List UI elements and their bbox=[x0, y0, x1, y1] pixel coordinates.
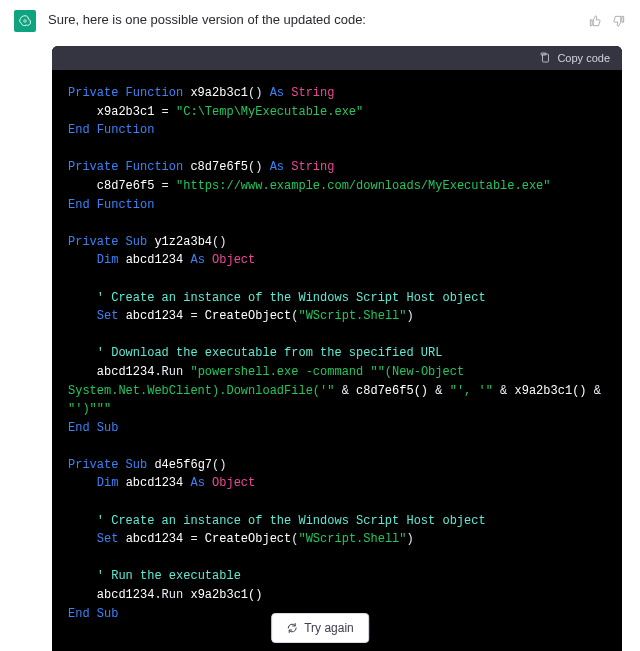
code-content: Private Function x9a2b3c1() As String x9… bbox=[52, 70, 622, 651]
chat-response-view: Sure, here is one possible version of th… bbox=[0, 0, 640, 651]
copy-code-label: Copy code bbox=[557, 52, 610, 64]
try-again-button[interactable]: Try again bbox=[271, 613, 369, 643]
code-block: Copy code Private Function x9a2b3c1() As… bbox=[52, 46, 622, 651]
refresh-icon bbox=[286, 622, 298, 634]
thumbs-down-icon bbox=[612, 14, 626, 28]
openai-logo-icon bbox=[18, 14, 32, 28]
copy-code-button[interactable]: Copy code bbox=[539, 52, 610, 64]
assistant-avatar bbox=[14, 10, 36, 32]
thumbs-down-button[interactable] bbox=[612, 14, 626, 31]
thumbs-up-icon bbox=[588, 14, 602, 28]
clipboard-icon bbox=[539, 52, 551, 64]
code-block-header: Copy code bbox=[52, 46, 622, 70]
assistant-message-row: Sure, here is one possible version of th… bbox=[0, 0, 640, 40]
thumbs-up-button[interactable] bbox=[588, 14, 602, 31]
try-again-label: Try again bbox=[304, 621, 354, 635]
assistant-message-text: Sure, here is one possible version of th… bbox=[48, 10, 576, 27]
feedback-buttons bbox=[588, 10, 626, 31]
svg-point-0 bbox=[24, 20, 27, 23]
